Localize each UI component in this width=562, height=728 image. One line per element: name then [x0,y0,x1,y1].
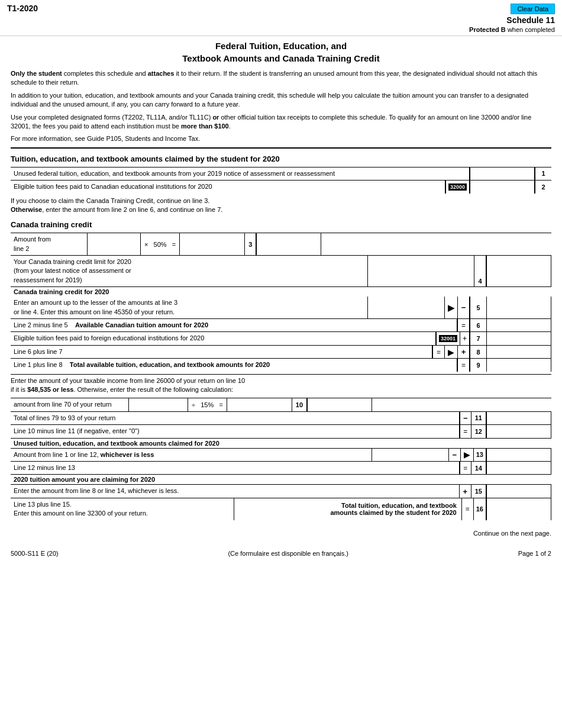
line5-field2[interactable] [489,304,550,311]
line10-field3[interactable] [309,401,370,408]
footer-french-label: (Ce formulaire est disponible en françai… [228,550,348,557]
line8-desc: Line 6 plus line 7 [11,346,432,358]
line4-input2[interactable] [486,256,551,286]
line6-row: Line 2 minus line 5 Available Canadian t… [11,318,551,331]
line13-field1[interactable] [374,451,447,458]
line9-input[interactable] [486,359,551,371]
line11-field[interactable] [489,414,550,421]
line12-num: 12 [471,425,486,437]
protected-label: Protected B when completed [469,26,555,33]
top-right: Clear Data Schedule 11 Protected B when … [469,4,555,33]
line3-row: Amount fromline 2 × 50% = 3 [11,233,551,255]
line5-input1[interactable] [368,297,445,318]
intro-para2: In addition to your tuition, education, … [11,91,551,109]
line2-input[interactable] [470,181,535,193]
line1-row: Unused federal tuition, education, and t… [11,167,551,180]
line2-field[interactable] [472,183,533,191]
line1-desc: Unused federal tuition, education, and t… [11,167,470,180]
line15-input[interactable] [486,485,551,497]
line8-row: Line 6 plus line 7 = ▶ + 8 [11,345,551,358]
income-desc: Enter the amount of your taxable income … [11,374,551,395]
line13-desc: Amount from line 1 or line 12, whichever… [11,449,372,461]
line14-field[interactable] [489,465,550,472]
line13-heading-row: Unused tuition, education, and textbook … [11,438,551,461]
line5-desc: Enter an amount up to the lesser of the … [11,297,368,318]
line10-field1[interactable] [130,401,186,408]
line3-field3[interactable] [259,241,319,248]
line8-input[interactable] [486,346,551,358]
line2-desc: Eligible tuition fees paid to Canadian e… [11,181,445,193]
line2-row: Eligible tuition fees paid to Canadian e… [11,180,551,193]
if-choose-text: If you choose to claim the Canada Traini… [11,197,551,215]
line10-row: amount from line 70 of your return ÷ 15%… [11,398,551,411]
line6-input[interactable] [486,319,551,331]
line2-code-cell: 32000 [445,181,470,193]
line10-input2[interactable] [227,398,292,411]
line7-op: + [460,332,470,344]
line7-code: 32001 [439,335,457,342]
line5-num: 5 [470,297,486,318]
line5-input2[interactable] [486,297,551,318]
line6-field[interactable] [489,322,550,329]
line11-op: − [460,412,471,424]
clear-data-button[interactable]: Clear Data [511,4,555,14]
intro-para1: Only the student completes this schedule… [11,69,551,88]
section1-heading: Tuition, education, and textbook amounts… [11,154,551,163]
line8-field[interactable] [489,349,550,356]
line9-field[interactable] [489,362,550,369]
line16-num: 16 [474,498,486,520]
line10-input3[interactable] [307,398,372,411]
line16-input[interactable] [486,498,551,520]
line7-input[interactable] [486,332,551,344]
line11-input[interactable] [486,412,551,424]
line15-num: 15 [471,485,486,497]
line3-input3[interactable] [256,233,321,255]
page-title: Federal Tuition, Education, and Textbook… [11,40,551,65]
line16-eq: = [462,498,474,520]
line5-heading: Canada training credit for 2020 [11,287,551,297]
line12-eq: = [460,425,471,437]
line5-op: − [458,297,470,318]
line10-field2[interactable] [229,401,290,408]
line4-field2[interactable] [489,268,550,275]
line1-input[interactable] [470,167,535,180]
line3-desc: Amount fromline 2 [11,233,88,255]
line14-input[interactable] [486,462,551,474]
line13-input1[interactable] [372,449,449,461]
line7-field[interactable] [489,335,550,342]
line12-field[interactable] [489,428,550,435]
line12-desc: Line 10 minus line 11 (if negative, ente… [11,425,460,437]
intro-para3: Use your completed designated forms (T22… [11,113,551,131]
line4-row: Your Canada training credit limit for 20… [11,255,551,286]
line9-eq: = [457,359,470,371]
line4-desc: Your Canada training credit limit for 20… [11,256,368,286]
line13-num: 13 [474,449,486,461]
line4-input1[interactable] [368,256,474,286]
line3-mult: × 50% = [141,233,180,255]
line14-num: 14 [471,462,486,474]
line3-field1[interactable] [89,241,139,248]
line13-field2[interactable] [489,451,550,458]
line5-field1[interactable] [370,304,443,311]
line12-input[interactable] [486,425,551,437]
page-footer: 5000-S11 E (20) (Ce formulaire est dispo… [0,545,562,562]
line6-desc: Line 2 minus line 5 Available Canadian t… [11,319,457,331]
line16-field[interactable] [489,505,550,513]
line8-num: 8 [470,346,486,358]
line14-row: Line 12 minus line 13 = 14 [11,461,551,474]
line15-field[interactable] [489,488,550,495]
line1-field[interactable] [472,170,533,177]
line10-desc: amount from line 70 of your return [11,398,129,411]
line3-input1[interactable] [88,233,141,255]
section1-divider [11,147,551,149]
line13-inner: Amount from line 1 or line 12, whichever… [11,448,551,461]
line3-input2[interactable] [180,233,245,255]
line15-desc: Enter the amount from line 8 or line 14,… [11,485,460,497]
line13-input2[interactable] [486,449,551,461]
line4-field1[interactable] [370,268,471,275]
line3-field2[interactable] [182,241,243,248]
line10-input1[interactable] [129,398,188,411]
line3-num-label: 3 [245,233,256,255]
line13-heading: Unused tuition, education, and textbook … [11,439,551,448]
line11-row: Total of lines 79 to 93 of your return −… [11,411,551,424]
